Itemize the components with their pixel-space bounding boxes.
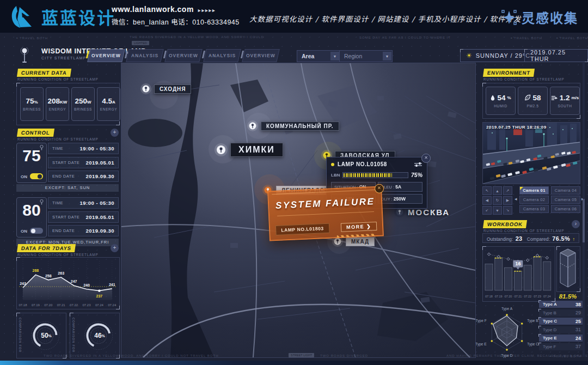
- bottom-accent-bar: [0, 361, 588, 365]
- time-row[interactable]: TIME19:00 - 05:30: [48, 143, 119, 154]
- date-text: 2019.07.25 THUR: [530, 49, 582, 62]
- camera-05-button[interactable]: Camera 05: [551, 196, 580, 204]
- wind-card: 1.2m/s SOUTH: [550, 87, 580, 115]
- status-dot: [331, 163, 334, 166]
- camera-01-button[interactable]: Camera 01: [519, 186, 549, 194]
- x-tick-label: 07.22: [524, 295, 531, 298]
- end-date-row[interactable]: END DATE2019.09.30: [48, 225, 119, 236]
- pan-up-button[interactable]: ▲: [493, 186, 502, 195]
- services-list: 大数据可视化设计 / 软件界面设计 / 网站建设 / 手机及小程序设计 / 软件…: [249, 13, 522, 24]
- start-date-row[interactable]: START DATE2019.05.01: [48, 211, 119, 223]
- type-d-row[interactable]: Type D31: [539, 326, 585, 333]
- alert-lamp-id: LAMP NO.L01803: [275, 223, 329, 235]
- popup-close-button[interactable]: ✕: [421, 154, 431, 163]
- control-add-button[interactable]: +: [111, 129, 119, 137]
- region-select[interactable]: Region▼: [339, 50, 393, 62]
- type-c-row[interactable]: Type C25: [539, 318, 585, 325]
- alert-title: SYSTEM FAILURE: [269, 196, 382, 212]
- type-f-row[interactable]: Type F37: [539, 343, 585, 350]
- workbook-subtitle: RUNNING CONDITION OF STREETLAMP: [483, 229, 565, 233]
- except-days: EXCEPT: SAT, SUN: [16, 184, 119, 192]
- schedule1-toggle[interactable]: [30, 173, 43, 179]
- leaf-icon: [524, 94, 531, 101]
- camera-view[interactable]: 2019.07.25 THUR 18:26:09: [482, 122, 580, 184]
- data-label: 247: [71, 279, 77, 283]
- tab-analysis-2[interactable]: ANALYSIS: [203, 49, 241, 62]
- map-pin-khimki[interactable]: ХИМКИ: [214, 143, 283, 157]
- tab-overview-3[interactable]: OVERVIEW: [242, 49, 280, 62]
- type-b-row[interactable]: Type B29: [539, 309, 585, 317]
- lbn-progress-row: LBN 75%: [331, 172, 422, 178]
- arrows-deco: ▸▸▸▸▸: [198, 8, 216, 13]
- tab-analysis-1[interactable]: ANALYSIS: [126, 49, 164, 62]
- droplet-icon: [490, 94, 495, 101]
- chevron-down-icon: ▼: [330, 52, 339, 60]
- data-label: 241: [109, 283, 115, 287]
- workbook-more-button[interactable]: ›: [572, 220, 580, 228]
- pan-up-right-button[interactable]: ↗: [503, 186, 512, 195]
- brand-logo[interactable]: 蓝蓝设计: [11, 4, 115, 29]
- camera-02-button[interactable]: Camera 02: [519, 196, 549, 204]
- control-title: CONTROL: [17, 129, 54, 137]
- dliy-field: DLIY : 250W: [378, 194, 422, 204]
- map-pin-kommunalny[interactable]: КОММУНАЛЬНЫЙ ПР.: [247, 120, 339, 132]
- stat-briness: 75% BRINESS: [20, 87, 44, 121]
- dleu-field: DLEU : 5A: [378, 182, 422, 192]
- sparkle-icon: [501, 9, 517, 26]
- camera-03-button[interactable]: Camera 03: [519, 205, 549, 213]
- city-map[interactable]: СХОДНЯ КОММУНАЛЬНЫЙ ПР. ХИМКИ ЗАВОДСКАЯ …: [121, 63, 476, 358]
- time-row[interactable]: TIME19:00 - 05:30: [48, 197, 119, 209]
- inspiration-collect[interactable]: 灵感收集: [501, 8, 578, 27]
- radar-axis-label: Type A: [501, 307, 513, 311]
- streetlamp-icon: [19, 47, 30, 64]
- pan-right-button[interactable]: ▶: [503, 196, 512, 205]
- data-label: 258: [45, 274, 52, 278]
- tab-overview-1[interactable]: OVERVIEW: [87, 49, 125, 62]
- humidity-card: 54% HUMID: [486, 87, 516, 115]
- x-tick-label: 07.18: [19, 303, 27, 307]
- alert-more-button[interactable]: MORE ❯: [341, 222, 377, 232]
- x-tick-label: 07.20: [505, 295, 512, 298]
- map-pin-skhodnya[interactable]: СХОДНЯ: [140, 83, 191, 95]
- type-e-row[interactable]: Type E24: [539, 334, 585, 342]
- type-a-row[interactable]: Type A38: [539, 301, 585, 308]
- lbn-label: LBN: [331, 173, 340, 178]
- area-select[interactable]: Area▼: [297, 50, 340, 62]
- sliders-icon[interactable]: [414, 162, 422, 167]
- tab-overview-2[interactable]: OVERVIEW: [164, 49, 203, 62]
- brightness-value: 75: [17, 147, 46, 165]
- pan-up-left-button[interactable]: ↖: [482, 186, 492, 195]
- camera-list-prev[interactable]: ◂: [514, 196, 517, 202]
- pan-down-button[interactable]: ▼: [493, 206, 502, 215]
- schedule-block-2: 80 ON TIME19:00 - 05:30 START DATE2019.0…: [16, 197, 119, 247]
- cube-percent: 81.5%: [555, 293, 580, 300]
- map-scrollbar[interactable]: [583, 63, 585, 357]
- data-label: 243: [20, 282, 26, 285]
- comparison-gauge-2: COMPARISON FOR 46%: [70, 313, 120, 358]
- reset-view-button[interactable]: ↻: [493, 196, 502, 205]
- week-add-button[interactable]: +: [111, 244, 119, 252]
- end-date-row[interactable]: END DATE2019.09.30: [48, 171, 119, 182]
- camera-06-button[interactable]: Camera 06: [551, 205, 580, 213]
- pan-left-button[interactable]: ◀: [482, 196, 492, 205]
- camera-04-button[interactable]: Camera 04: [551, 186, 580, 194]
- schedule2-toggle[interactable]: [30, 228, 43, 234]
- control-subtitle: RUNNING CONDITION OF STREETLAMP: [17, 137, 99, 141]
- deco-text: ▪ TRAVEL BOTH: [550, 354, 581, 358]
- week-chart-panel: 24326825826324724023724107.1807.1907.200…: [16, 257, 120, 309]
- on-label: ON: [21, 174, 27, 179]
- x-tick-label: 07.24: [543, 295, 551, 298]
- x-tick-label: 07.23: [534, 295, 541, 298]
- website-url[interactable]: www.lanlanwork.com: [112, 5, 194, 14]
- pan-down-left-button[interactable]: ↙: [482, 206, 492, 215]
- pan-down-right-button[interactable]: ↘: [503, 206, 512, 215]
- deco-text: TWO ROADS DIVERGED: [320, 354, 368, 357]
- x-tick-label: 07.21: [57, 303, 66, 307]
- main-tabs: OVERVIEW ANALYSIS OVERVIEW ANALYSIS OVER…: [89, 49, 278, 62]
- start-date-row[interactable]: START DATE2019.05.01: [48, 157, 119, 168]
- environment-panel: 54% HUMID 58 PM2.5 1.2m/s SOU: [482, 83, 580, 119]
- lbn-progress-bar[interactable]: [342, 172, 408, 178]
- system-failure-alert: ✕ SYSTEM FAILURE LAMP NO.L01803 MORE ❯: [267, 186, 384, 241]
- collect-label: 灵感收集: [522, 8, 578, 27]
- weather-text: SUNNDAY / 29°C: [476, 52, 531, 59]
